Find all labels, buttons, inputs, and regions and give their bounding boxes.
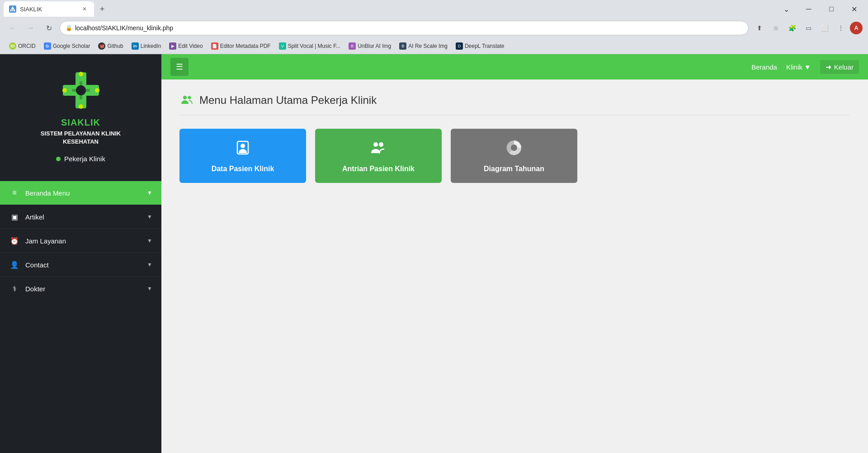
bookmark-deepl-translate-label: DeepL Translate [465, 43, 505, 49]
new-tab-button[interactable]: + [96, 3, 108, 15]
user-status-area: Pekerja Klinik [56, 153, 105, 164]
svg-point-16 [511, 145, 517, 151]
bookmark-split-vocal[interactable]: V Split Vocal | Music F... [275, 41, 344, 51]
topbar-klinik-dropdown[interactable]: Klinik ▼ [786, 63, 811, 71]
svg-point-7 [95, 88, 99, 93]
topbar-navigation: Beranda Klinik ▼ ➜ Keluar [751, 60, 859, 74]
split-screen-button[interactable]: ⬜ [817, 21, 832, 35]
logout-icon: ➜ [826, 63, 831, 71]
bookmark-edit-video-label: Edit Video [178, 43, 203, 49]
antrian-pasien-klinik-icon [369, 139, 387, 160]
editor-metadata-pdf-favicon: 📄 [211, 42, 218, 50]
bookmark-button[interactable]: ☆ [769, 21, 783, 35]
browser-titlebar: SIAKLIK ✕ + ⌄ ─ □ ✕ [0, 0, 868, 18]
topbar-beranda-link[interactable]: Beranda [751, 63, 777, 71]
bookmark-orcid[interactable]: ID ORCID [5, 41, 39, 51]
svg-point-15 [379, 142, 383, 147]
dropdown-button[interactable]: ⌄ [776, 2, 797, 16]
topbar: ☰ Beranda Klinik ▼ ➜ Keluar [161, 54, 868, 79]
data-pasien-klinik-label: Data Pasien Klinik [212, 165, 274, 173]
dokter-label: Dokter [25, 285, 147, 293]
data-pasien-klinik-icon [234, 139, 252, 160]
menu-button[interactable]: ⋮ [834, 21, 848, 35]
svg-point-14 [373, 142, 378, 147]
bookmark-edit-video[interactable]: ▶ Edit Video [165, 41, 207, 51]
topbar-logout-button[interactable]: ➜ Keluar [820, 60, 859, 74]
bookmark-deepl-translate[interactable]: D DeepL Translate [452, 41, 508, 51]
topbar-klinik-arrow: ▼ [804, 63, 811, 71]
beranda-menu-icon: ≡ [9, 187, 20, 198]
share-button[interactable]: ⬆ [752, 21, 767, 35]
profile-button[interactable]: A [850, 22, 863, 34]
sidebar-item-dokter[interactable]: ⚕ Dokter ▼ [0, 276, 161, 300]
linkedin-favicon: in [132, 42, 139, 50]
hamburger-icon: ☰ [176, 62, 183, 72]
page-content: SIAKLIK SISTEM PELAYANAN KLINIK KESEHATA… [0, 54, 868, 453]
security-icon: 🔒 [66, 25, 72, 31]
topbar-logout-label: Keluar [834, 63, 854, 71]
minimize-button[interactable]: ─ [798, 2, 819, 16]
dokter-icon: ⚕ [9, 283, 20, 294]
bookmark-ai-re-scale-img[interactable]: B AI Re Scale Img [396, 41, 451, 51]
artikel-icon: ▣ [9, 211, 20, 222]
github-favicon: 🐙 [98, 42, 105, 50]
back-button[interactable]: ← [5, 21, 20, 35]
hamburger-button[interactable]: ☰ [170, 58, 189, 76]
bookmark-google-scholar-label: Google Scholar [53, 43, 90, 49]
bookmark-ai-re-scale-img-label: AI Re Scale Img [408, 43, 448, 49]
unblur-ai-img-favicon: B [349, 42, 356, 50]
sidebar-item-artikel[interactable]: ▣ Artikel ▼ [0, 205, 161, 229]
beranda-menu-arrow: ▼ [147, 190, 152, 196]
svg-point-11 [188, 96, 191, 99]
contact-arrow: ▼ [147, 262, 152, 268]
artikel-label: Artikel [25, 213, 147, 221]
forward-button[interactable]: → [24, 21, 38, 35]
bookmark-editor-metadata-pdf[interactable]: 📄 Editor Metadata PDF [208, 41, 274, 51]
svg-point-6 [62, 88, 67, 93]
sidebar-item-jam-layanan[interactable]: ⏰ Jam Layanan ▼ [0, 229, 161, 252]
jam-layanan-label: Jam Layanan [25, 237, 147, 245]
card-antrian-pasien-klinik[interactable]: Antrian Pasien Klinik [315, 129, 442, 183]
ai-re-scale-img-favicon: B [399, 42, 406, 50]
card-diagram-tahunan[interactable]: Diagram Tahunan [451, 129, 577, 183]
sidebar: SIAKLIK SISTEM PELAYANAN KLINIK KESEHATA… [0, 54, 161, 453]
diagram-tahunan-label: Diagram Tahunan [484, 165, 544, 173]
card-data-pasien-klinik[interactable]: Data Pasien Klinik [179, 129, 306, 183]
app-logo [58, 68, 104, 113]
dokter-arrow: ▼ [147, 285, 152, 292]
close-button[interactable]: ✕ [844, 2, 864, 16]
antrian-pasien-klinik-label: Antrian Pasien Klinik [342, 165, 415, 173]
page-title: Menu Halaman Utama Pekerja Klinik [199, 94, 377, 107]
bookmark-linkedin[interactable]: in LinkedIn [128, 41, 165, 51]
user-online-indicator [56, 157, 61, 161]
address-bar[interactable]: 🔒 localhost/SIAKLIK/menu_klinik.php [60, 21, 749, 35]
bookmark-linkedin-label: LinkedIn [141, 43, 161, 49]
tab-close-button[interactable]: ✕ [80, 5, 89, 13]
reload-button[interactable]: ↻ [42, 21, 56, 35]
window-controls: ⌄ ─ □ ✕ [776, 2, 864, 16]
extensions-button[interactable]: 🧩 [785, 21, 799, 35]
beranda-menu-label: Beranda Menu [25, 189, 147, 197]
sidebar-toggle-button[interactable]: ▭ [801, 21, 816, 35]
cards-grid: Data Pasien Klinik Antrian Pas [179, 129, 850, 183]
url-text: localhost/SIAKLIK/menu_klinik.php [75, 24, 743, 32]
page-header-icon [179, 93, 194, 107]
bookmark-google-scholar[interactable]: G Google Scholar [40, 41, 94, 51]
bookmark-unblur-ai-img-label: UnBlur AI Img [358, 43, 391, 49]
svg-rect-9 [72, 89, 90, 92]
browser-bar-actions: ⬆ ☆ 🧩 ▭ ⬜ ⋮ A [752, 21, 863, 35]
edit-video-favicon: ▶ [169, 42, 176, 50]
bookmark-github[interactable]: 🐙 Github [94, 41, 127, 51]
browser-tab[interactable]: SIAKLIK ✕ [4, 1, 94, 17]
bookmark-split-vocal-label: Split Vocal | Music F... [288, 43, 341, 49]
svg-point-13 [241, 144, 245, 148]
contact-icon: 👤 [9, 259, 20, 270]
sidebar-item-beranda-menu[interactable]: ≡ Beranda Menu ▼ [0, 181, 161, 205]
contact-label: Contact [25, 261, 147, 269]
bookmark-unblur-ai-img[interactable]: B UnBlur AI Img [345, 41, 395, 51]
diagram-tahunan-icon [505, 139, 523, 160]
maximize-button[interactable]: □ [821, 2, 842, 16]
sidebar-item-contact[interactable]: 👤 Contact ▼ [0, 252, 161, 276]
page-header: Menu Halaman Utama Pekerja Klinik [179, 93, 850, 115]
sidebar-navigation: ≡ Beranda Menu ▼ ▣ Artikel ▼ ⏰ Jam Layan… [0, 181, 161, 453]
